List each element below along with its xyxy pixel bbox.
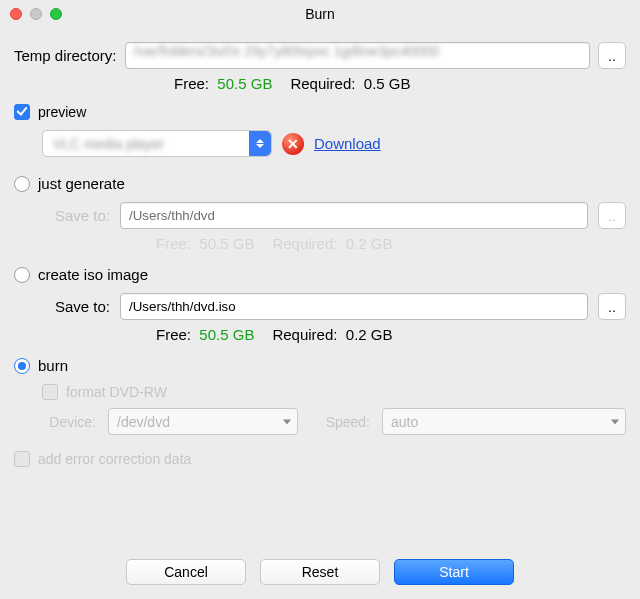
- preview-checkbox[interactable]: [14, 104, 30, 120]
- burn-radio[interactable]: [14, 358, 30, 374]
- preview-label: preview: [38, 104, 86, 120]
- window-controls: [0, 8, 62, 20]
- cancel-button[interactable]: Cancel: [126, 559, 246, 585]
- preview-row: preview: [14, 104, 626, 120]
- temp-directory-diskinfo: Free: 50.5 GB Required: 0.5 GB: [14, 75, 626, 92]
- select-arrows-icon: [249, 131, 271, 156]
- download-link[interactable]: Download: [314, 135, 381, 152]
- temp-directory-label: Temp directory:: [14, 47, 117, 64]
- free-value: 50.5 GB: [217, 75, 272, 92]
- zoom-window-icon[interactable]: [50, 8, 62, 20]
- create-iso-saveto-input[interactable]: [120, 293, 588, 320]
- just-generate-saveto-input: [120, 202, 588, 229]
- free-value: 50.5 GB: [199, 326, 254, 343]
- create-iso-block: Save to: .. Free: 50.5 GB Required: 0.2 …: [14, 293, 626, 343]
- chevron-down-icon: [283, 419, 291, 424]
- burn-row: burn: [14, 357, 626, 374]
- create-iso-label: create iso image: [38, 266, 148, 283]
- create-iso-diskinfo: Free: 50.5 GB Required: 0.2 GB: [42, 326, 626, 343]
- free-label: Free:: [156, 326, 191, 343]
- just-generate-saveto-label: Save to:: [42, 207, 110, 224]
- error-icon: ✕: [282, 133, 304, 155]
- preview-player-value: VLC media player: [53, 136, 164, 152]
- free-label: Free:: [174, 75, 209, 92]
- required-value: 0.5 GB: [364, 75, 411, 92]
- window-title: Burn: [0, 6, 640, 22]
- preview-player-select[interactable]: VLC media player: [42, 130, 272, 157]
- just-generate-diskinfo: Free: 50.5 GB Required: 0.2 GB: [42, 235, 626, 252]
- required-label: Required:: [290, 75, 355, 92]
- speed-select: auto: [382, 408, 626, 435]
- device-value: /dev/dvd: [117, 414, 170, 430]
- titlebar: Burn: [0, 0, 640, 28]
- create-iso-saveto-label: Save to:: [42, 298, 110, 315]
- temp-directory-row: Temp directory: /var/folders/3s/0x 29y7y…: [14, 42, 626, 69]
- just-generate-block: Save to: .. Free: 50.5 GB Required: 0.2 …: [14, 202, 626, 252]
- preview-player-row: VLC media player ✕ Download: [14, 130, 626, 157]
- error-correction-checkbox: [14, 451, 30, 467]
- create-iso-radio[interactable]: [14, 267, 30, 283]
- required-label: Required:: [272, 326, 337, 343]
- just-generate-radio[interactable]: [14, 176, 30, 192]
- temp-directory-input[interactable]: /var/folders/3s/0x 29y7y80txpxc 1gdlow3p…: [125, 42, 590, 69]
- error-correction-row: add error correction data: [14, 451, 626, 467]
- error-correction-label: add error correction data: [38, 451, 191, 467]
- speed-value: auto: [391, 414, 418, 430]
- temp-directory-value: /var/folders/3s/0x 29y7y80txpxc 1gdlow3p…: [134, 43, 440, 59]
- just-generate-row: just generate: [14, 175, 626, 192]
- burn-label: burn: [38, 357, 68, 374]
- burn-block: format DVD-RW Device: /dev/dvd Speed: au…: [14, 384, 626, 435]
- device-select: /dev/dvd: [108, 408, 298, 435]
- format-dvdrw-label: format DVD-RW: [66, 384, 167, 400]
- minimize-window-icon: [30, 8, 42, 20]
- create-iso-browse-button[interactable]: ..: [598, 293, 626, 320]
- start-button[interactable]: Start: [394, 559, 514, 585]
- speed-label: Speed:: [310, 414, 370, 430]
- dialog-buttons: Cancel Reset Start: [0, 559, 640, 585]
- create-iso-row: create iso image: [14, 266, 626, 283]
- chevron-down-icon: [611, 419, 619, 424]
- reset-button[interactable]: Reset: [260, 559, 380, 585]
- close-window-icon[interactable]: [10, 8, 22, 20]
- required-value: 0.2 GB: [346, 326, 393, 343]
- format-dvdrw-checkbox: [42, 384, 58, 400]
- temp-directory-browse-button[interactable]: ..: [598, 42, 626, 69]
- device-label: Device:: [42, 414, 96, 430]
- just-generate-browse-button: ..: [598, 202, 626, 229]
- just-generate-label: just generate: [38, 175, 125, 192]
